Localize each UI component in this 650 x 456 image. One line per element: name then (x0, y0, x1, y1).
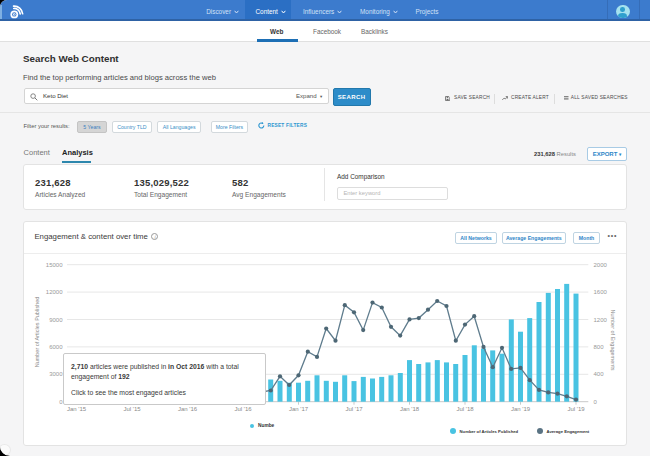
svg-text:3000: 3000 (49, 371, 63, 377)
svg-text:12000: 12000 (46, 289, 63, 295)
svg-text:15000: 15000 (46, 262, 63, 268)
svg-text:400: 400 (594, 371, 605, 377)
svg-text:Number of Engagements: Number of Engagements (610, 309, 616, 370)
svg-text:Number of Articles Published: Number of Articles Published (34, 297, 40, 368)
svg-text:Jul '18: Jul '18 (456, 406, 474, 412)
svg-text:Jan '16: Jan '16 (178, 406, 198, 412)
svg-text:2000: 2000 (594, 262, 608, 268)
svg-text:800: 800 (594, 344, 605, 350)
svg-text:Jul '16: Jul '16 (234, 406, 252, 412)
svg-text:Jul '15: Jul '15 (123, 406, 141, 412)
svg-text:0: 0 (594, 399, 598, 405)
svg-text:Jan '18: Jan '18 (400, 406, 420, 412)
svg-text:Jul '19: Jul '19 (567, 406, 585, 412)
svg-text:Jan '19: Jan '19 (511, 406, 531, 412)
svg-text:Jan '17: Jan '17 (289, 406, 309, 412)
svg-text:1200: 1200 (594, 317, 608, 323)
svg-text:Jan '15: Jan '15 (67, 406, 87, 412)
svg-text:9000: 9000 (49, 317, 63, 323)
svg-text:1600: 1600 (594, 289, 608, 295)
svg-text:Jul '17: Jul '17 (345, 406, 363, 412)
svg-text:6000: 6000 (49, 344, 63, 350)
